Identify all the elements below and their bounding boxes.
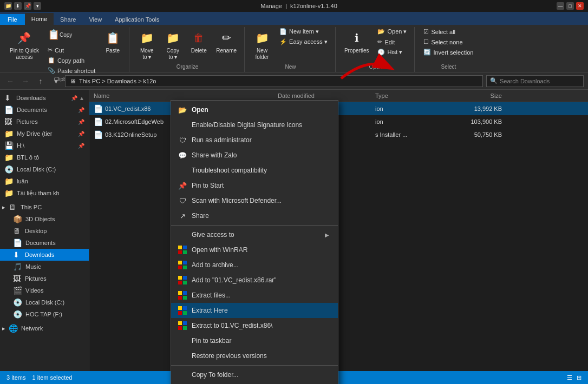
ctx-run-admin-icon: 🛡 [178, 135, 187, 145]
back-button[interactable]: ← [4, 75, 16, 87]
rename-button[interactable]: ✏ Rename [213, 27, 240, 56]
sidebar-item-pictures2[interactable]: 🖼 Pictures [0, 273, 89, 284]
sidebar-item-h[interactable]: 💾 H:\ 📌 [0, 140, 89, 151]
ctx-troubleshoot[interactable]: Troubleshoot compatibility [171, 163, 338, 178]
new-item-button[interactable]: 📄 New item ▾ [276, 27, 331, 36]
easy-access-button[interactable]: ⚡ Easy access ▾ [276, 37, 331, 47]
ctx-restore-versions[interactable]: Restore previous versions [171, 348, 338, 363]
dropdown-icon[interactable]: ▾ [34, 2, 41, 10]
paste-shortcut-button[interactable]: 📎 Paste shortcut [44, 66, 99, 75]
sidebar-item-videos[interactable]: 🎬 Videos [0, 284, 89, 296]
ctx-add-archive[interactable]: Add to archive... [171, 257, 338, 273]
forward-button[interactable]: → [19, 75, 31, 87]
sidebar-item-network[interactable]: ▸ 🌐 Network [0, 322, 89, 334]
tab-home[interactable]: Home [25, 13, 54, 25]
ctx-pin-start[interactable]: 📌 Pin to Start [171, 178, 338, 193]
edit-button[interactable]: ✏ Edit [374, 37, 410, 47]
ctx-run-admin[interactable]: 🛡 Run as administrator [171, 133, 338, 148]
col-header-size[interactable]: Size [452, 91, 506, 100]
ctx-share-zalo[interactable]: 💬 Share with Zalo [171, 148, 338, 163]
tab-application-tools[interactable]: Application Tools [108, 14, 166, 25]
ctx-open[interactable]: 📂 Open [171, 102, 338, 117]
ctx-pin-taskbar[interactable]: Pin to taskbar [171, 333, 338, 348]
close-button[interactable]: ✕ [576, 2, 584, 10]
up-button[interactable]: ↑ [35, 75, 47, 87]
list-view-icon[interactable]: ☰ [567, 374, 572, 381]
col-header-type[interactable]: Type [371, 91, 452, 100]
title-bar: 📁 ⬇ 📌 ▾ Manage | k12online-v1.1.40 — □ ✕ [0, 0, 588, 12]
select-all-button[interactable]: ☑ Select all [420, 27, 476, 36]
tab-view[interactable]: View [82, 14, 108, 25]
copy-button[interactable]: 📋 Copy [44, 27, 99, 42]
paste-button[interactable]: 📋 Paste [101, 27, 125, 56]
sidebar-item-tailieu[interactable]: 📁 Tài liệu tham kh [0, 187, 89, 199]
ribbon-group-organize: 📁 Moveto ▾ 📁 Copyto ▾ 🗑 Delete ✏ Rename … [130, 27, 245, 72]
sidebar-item-pictures[interactable]: 🖼 Pictures 📌 [0, 116, 89, 128]
select-none-button[interactable]: ☐ Select none [420, 37, 476, 47]
select-none-label: Select none [431, 39, 462, 45]
search-box[interactable]: 🔍 Search Downloads [486, 75, 584, 87]
sidebar-label-h: H:\ [17, 142, 24, 149]
copy-path-button[interactable]: 📋 Copy path [44, 56, 99, 65]
minimize-button[interactable]: — [557, 2, 564, 10]
ctx-extract-files[interactable]: Extract files... [171, 288, 338, 303]
paste-icon: 📋 [104, 29, 121, 47]
sidebar-label-pictures2: Pictures [25, 275, 47, 282]
sidebar-item-luan[interactable]: 📁 luân [0, 175, 89, 187]
new-col: 📄 New item ▾ ⚡ Easy access ▾ [276, 27, 331, 47]
invert-selection-button[interactable]: 🔄 Invert selection [420, 48, 476, 57]
sidebar-item-thispc[interactable]: ▸ 🖥 This PC [0, 201, 89, 213]
sidebar-item-music[interactable]: 🎵 Music [0, 261, 89, 273]
ctx-extract-here[interactable]: Extract Here [171, 303, 338, 318]
pin-quick-access-button[interactable]: 📌 Pin to Quickaccess [6, 27, 42, 63]
col-header-date[interactable]: Date modified [273, 91, 371, 100]
sidebar-item-downloads[interactable]: ⬇ Downloads [0, 249, 89, 261]
new-folder-button[interactable]: 📁 Newfolder [250, 27, 274, 63]
sidebar-item-mydrive[interactable]: 📁 My Drive (tier 📌 [0, 128, 89, 140]
ctx-give-access[interactable]: Give access to ▶ [171, 227, 338, 242]
ctx-copy-to-folder[interactable]: Copy To folder... [171, 367, 338, 382]
sidebar-item-documents2[interactable]: 📄 Documents [0, 237, 89, 249]
sidebar-item-documents[interactable]: 📄 Documents 📌 [0, 104, 89, 116]
ctx-share[interactable]: ↗ Share [171, 208, 338, 223]
view-toggle[interactable]: ☰ ⊞ [567, 374, 582, 381]
hoctap-icon: 💿 [13, 310, 22, 319]
cut-button[interactable]: ✂ Cut [44, 45, 99, 55]
select-content: ☑ Select all ☐ Select none 🔄 Invert sele… [420, 27, 476, 63]
ctx-open-winrar[interactable]: Open with WinRAR [171, 242, 338, 257]
sidebar-item-btl[interactable]: 📁 BTL ô tô [0, 151, 89, 163]
svg-rect-22 [178, 326, 182, 330]
table-row[interactable]: 📄 01.VC_redist.x86 ion 13,992 KB [89, 102, 588, 115]
sidebar-item-3d[interactable]: 📦 3D Objects [0, 213, 89, 225]
ctx-defender[interactable]: 🛡 Scan with Microsoft Defender... [171, 193, 338, 208]
history-button[interactable]: 🕒 Hist ▾ [374, 48, 410, 57]
sidebar-item-localc2[interactable]: 💿 Local Disk (C:) [0, 296, 89, 308]
window-controls[interactable]: — □ ✕ [557, 2, 584, 10]
ctx-extract-to[interactable]: Extract to 01.VC_redist.x86\ [171, 318, 338, 333]
thispc-icon: 🖥 [9, 203, 17, 211]
sidebar-item-desktop[interactable]: 🖥 Desktop [0, 225, 89, 237]
tab-share[interactable]: Share [54, 14, 82, 25]
svg-rect-23 [183, 326, 187, 330]
table-row[interactable]: 📄 02.MicrosoftEdgeWeb ion 103,900 KB [89, 115, 588, 128]
tab-file[interactable]: File [0, 14, 25, 25]
sidebar-item-downloads-quick[interactable]: ⬇ Downloads 📌 ▲ [0, 92, 89, 104]
properties-button[interactable]: ℹ Properties [341, 27, 373, 56]
ctx-extract-here-icon [178, 306, 187, 315]
copy-to-button[interactable]: 📁 Copyto ▾ [161, 27, 185, 63]
ctx-copy-to-folder-label: Copy To folder... [192, 371, 239, 379]
sidebar-item-hoctap[interactable]: 💿 HOC TAP (F:) [0, 308, 89, 320]
ctx-digital-sig[interactable]: Enable/Disable Digital Signature Icons [171, 117, 338, 133]
address-path[interactable]: 🖥 This PC > Downloads > k12o [65, 75, 483, 87]
maximize-button[interactable]: □ [566, 2, 574, 10]
file-icon-2: 📄 [94, 117, 103, 126]
grid-view-icon[interactable]: ⊞ [577, 374, 582, 381]
ctx-add-01rar[interactable]: Add to "01.VC_redist.x86.rar" [171, 273, 338, 288]
sidebar-item-local-c[interactable]: 💿 Local Disk (C:) [0, 163, 89, 175]
delete-button[interactable]: 🗑 Delete [187, 27, 211, 56]
open-button[interactable]: 📂 Open ▾ [374, 27, 410, 36]
move-to-button[interactable]: 📁 Moveto ▾ [135, 27, 159, 63]
table-row[interactable]: 📄 03.K12OnlineSetup s Installer ... 50,7… [89, 128, 588, 141]
col-header-name[interactable]: Name [89, 91, 273, 100]
recent-button[interactable]: ▾ [50, 75, 62, 87]
